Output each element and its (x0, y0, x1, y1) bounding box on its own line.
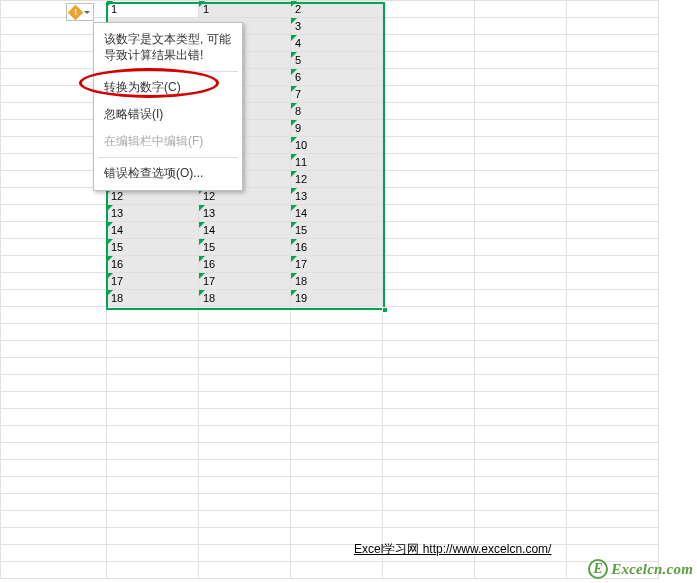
cell[interactable] (567, 324, 659, 341)
cell[interactable] (383, 392, 475, 409)
cell[interactable] (383, 324, 475, 341)
cell[interactable]: 2 (291, 1, 383, 18)
cell[interactable]: 5 (291, 52, 383, 69)
cell[interactable] (567, 494, 659, 511)
cell[interactable] (383, 341, 475, 358)
cell[interactable] (567, 341, 659, 358)
cell[interactable] (475, 273, 567, 290)
cell[interactable] (475, 375, 567, 392)
cell[interactable] (475, 69, 567, 86)
cell[interactable] (383, 205, 475, 222)
cell[interactable] (567, 205, 659, 222)
cell[interactable] (291, 375, 383, 392)
cell[interactable] (475, 35, 567, 52)
cell[interactable] (567, 290, 659, 307)
cell[interactable] (567, 69, 659, 86)
cell[interactable] (567, 35, 659, 52)
cell[interactable] (475, 409, 567, 426)
cell[interactable] (567, 443, 659, 460)
cell[interactable]: 11 (291, 154, 383, 171)
cell[interactable] (199, 324, 291, 341)
cell[interactable] (383, 137, 475, 154)
cell[interactable]: 14 (199, 222, 291, 239)
cell[interactable] (1, 426, 107, 443)
cell[interactable] (567, 392, 659, 409)
cell[interactable] (475, 103, 567, 120)
cell[interactable] (199, 341, 291, 358)
cell[interactable] (1, 341, 107, 358)
cell[interactable] (567, 188, 659, 205)
cell[interactable] (107, 409, 199, 426)
cell[interactable]: 13 (291, 188, 383, 205)
cell[interactable]: 17 (107, 273, 199, 290)
cell[interactable] (567, 426, 659, 443)
cell[interactable] (567, 120, 659, 137)
cell[interactable]: 7 (291, 86, 383, 103)
cell[interactable] (291, 324, 383, 341)
cell[interactable] (291, 443, 383, 460)
cell[interactable] (567, 103, 659, 120)
cell[interactable] (1, 239, 107, 256)
cell[interactable] (475, 120, 567, 137)
cell[interactable] (1, 460, 107, 477)
cell[interactable] (475, 86, 567, 103)
cell[interactable] (475, 460, 567, 477)
cell[interactable] (383, 511, 475, 528)
footer-link[interactable]: Excel学习网 http://www.excelcn.com/ (354, 541, 551, 558)
cell[interactable] (383, 35, 475, 52)
cell[interactable] (291, 477, 383, 494)
cell[interactable] (107, 426, 199, 443)
cell[interactable] (475, 52, 567, 69)
cell[interactable] (107, 443, 199, 460)
cell[interactable] (475, 324, 567, 341)
cell[interactable] (1, 562, 107, 579)
cell[interactable] (1, 154, 107, 171)
cell[interactable] (383, 562, 475, 579)
cell[interactable] (199, 511, 291, 528)
cell[interactable] (1, 137, 107, 154)
cell[interactable]: 17 (291, 256, 383, 273)
cell[interactable] (291, 494, 383, 511)
cell[interactable] (1, 120, 107, 137)
cell[interactable] (383, 426, 475, 443)
cell[interactable] (107, 341, 199, 358)
cell[interactable] (291, 307, 383, 324)
cell[interactable] (1, 443, 107, 460)
cell[interactable] (1, 375, 107, 392)
cell[interactable] (383, 120, 475, 137)
cell[interactable] (383, 1, 475, 18)
cell[interactable]: 10 (291, 137, 383, 154)
cell[interactable] (383, 307, 475, 324)
cell[interactable] (199, 409, 291, 426)
cell[interactable]: 13 (107, 205, 199, 222)
cell[interactable] (383, 239, 475, 256)
cell[interactable] (567, 222, 659, 239)
cell[interactable]: 15 (107, 239, 199, 256)
cell[interactable] (199, 307, 291, 324)
cell[interactable] (199, 443, 291, 460)
cell[interactable] (567, 511, 659, 528)
cell[interactable] (475, 341, 567, 358)
cell[interactable] (383, 188, 475, 205)
cell[interactable] (1, 409, 107, 426)
cell[interactable]: 9 (291, 120, 383, 137)
fill-handle[interactable] (382, 307, 388, 313)
cell[interactable] (1, 290, 107, 307)
cell[interactable] (567, 18, 659, 35)
cell[interactable] (1, 477, 107, 494)
cell[interactable] (1, 358, 107, 375)
cell[interactable]: 18 (291, 273, 383, 290)
cell[interactable]: 15 (291, 222, 383, 239)
cell[interactable] (383, 256, 475, 273)
cell[interactable] (291, 358, 383, 375)
cell[interactable] (475, 239, 567, 256)
cell[interactable] (475, 307, 567, 324)
cell[interactable] (567, 171, 659, 188)
cell[interactable] (383, 171, 475, 188)
cell[interactable] (383, 52, 475, 69)
cell[interactable] (1, 52, 107, 69)
cell[interactable] (1, 86, 107, 103)
cell[interactable]: 6 (291, 69, 383, 86)
cell[interactable] (1, 545, 107, 562)
cell[interactable] (107, 562, 199, 579)
